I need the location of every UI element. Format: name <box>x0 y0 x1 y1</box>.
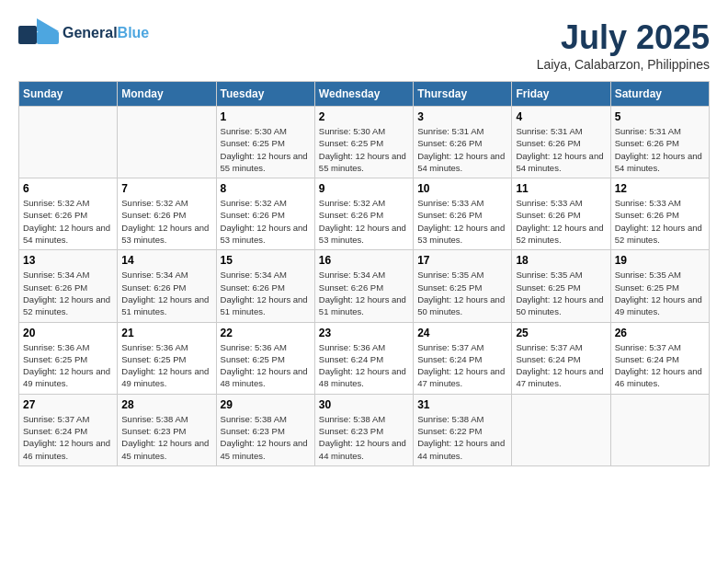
calendar-cell: 29Sunrise: 5:38 AMSunset: 6:23 PMDayligh… <box>216 394 314 465</box>
day-number: 21 <box>121 327 211 339</box>
week-row-0: 1Sunrise: 5:30 AMSunset: 6:25 PMDaylight… <box>19 107 710 178</box>
location: Laiya, Calabarzon, Philippines <box>537 57 710 72</box>
day-number: 19 <box>615 254 705 267</box>
day-info: Sunrise: 5:36 AMSunset: 6:25 PMDaylight:… <box>221 341 311 390</box>
day-number: 9 <box>319 182 409 195</box>
week-row-1: 6Sunrise: 5:32 AMSunset: 6:26 PMDaylight… <box>19 178 710 250</box>
calendar-cell: 20Sunrise: 5:36 AMSunset: 6:25 PMDayligh… <box>19 322 118 394</box>
day-info: Sunrise: 5:38 AMSunset: 6:23 PMDaylight:… <box>319 413 409 462</box>
week-row-4: 27Sunrise: 5:37 AMSunset: 6:24 PMDayligh… <box>19 394 710 465</box>
day-number: 4 <box>516 110 606 123</box>
day-number: 16 <box>319 254 409 267</box>
day-info: Sunrise: 5:37 AMSunset: 6:24 PMDaylight:… <box>615 341 705 390</box>
day-number: 11 <box>516 182 606 195</box>
day-info: Sunrise: 5:35 AMSunset: 6:25 PMDaylight:… <box>516 269 606 317</box>
weekday-header-friday: Friday <box>512 82 610 107</box>
day-number: 30 <box>319 398 409 411</box>
day-info: Sunrise: 5:32 AMSunset: 6:26 PMDaylight:… <box>121 197 211 246</box>
day-info: Sunrise: 5:34 AMSunset: 6:26 PMDaylight:… <box>221 269 311 317</box>
calendar-cell: 17Sunrise: 5:35 AMSunset: 6:25 PMDayligh… <box>414 250 512 322</box>
calendar-cell: 24Sunrise: 5:37 AMSunset: 6:24 PMDayligh… <box>414 322 512 394</box>
calendar-cell: 23Sunrise: 5:36 AMSunset: 6:24 PMDayligh… <box>314 322 413 394</box>
day-info: Sunrise: 5:32 AMSunset: 6:26 PMDaylight:… <box>319 197 409 246</box>
day-number: 8 <box>221 182 311 195</box>
day-number: 20 <box>23 327 113 339</box>
title-block: July 2025 Laiya, Calabarzon, Philippines <box>537 18 710 72</box>
week-row-3: 20Sunrise: 5:36 AMSunset: 6:25 PMDayligh… <box>19 322 710 394</box>
calendar-cell: 31Sunrise: 5:38 AMSunset: 6:22 PMDayligh… <box>414 394 512 465</box>
calendar-cell: 12Sunrise: 5:33 AMSunset: 6:26 PMDayligh… <box>610 178 709 250</box>
calendar-cell: 4Sunrise: 5:31 AMSunset: 6:26 PMDaylight… <box>512 107 610 178</box>
day-info: Sunrise: 5:35 AMSunset: 6:25 PMDaylight:… <box>615 269 705 317</box>
calendar-cell: 15Sunrise: 5:34 AMSunset: 6:26 PMDayligh… <box>216 250 314 322</box>
day-info: Sunrise: 5:34 AMSunset: 6:26 PMDaylight:… <box>121 269 211 317</box>
day-info: Sunrise: 5:31 AMSunset: 6:26 PMDaylight:… <box>615 125 705 174</box>
day-info: Sunrise: 5:36 AMSunset: 6:25 PMDaylight:… <box>23 341 113 390</box>
day-number: 10 <box>417 182 507 195</box>
weekday-header-tuesday: Tuesday <box>216 82 314 107</box>
day-info: Sunrise: 5:38 AMSunset: 6:22 PMDaylight:… <box>417 413 507 462</box>
calendar-cell <box>118 107 216 178</box>
weekday-header-thursday: Thursday <box>414 82 512 107</box>
day-info: Sunrise: 5:30 AMSunset: 6:25 PMDaylight:… <box>319 125 409 174</box>
svg-marker-1 <box>37 18 59 31</box>
day-info: Sunrise: 5:34 AMSunset: 6:26 PMDaylight:… <box>319 269 409 317</box>
day-number: 15 <box>221 254 311 267</box>
day-number: 14 <box>121 254 211 267</box>
calendar-cell: 26Sunrise: 5:37 AMSunset: 6:24 PMDayligh… <box>610 322 709 394</box>
day-number: 24 <box>417 327 507 339</box>
day-info: Sunrise: 5:36 AMSunset: 6:25 PMDaylight:… <box>121 341 211 390</box>
day-number: 18 <box>516 254 606 267</box>
day-number: 26 <box>615 327 705 339</box>
day-number: 12 <box>615 182 705 195</box>
calendar-cell: 21Sunrise: 5:36 AMSunset: 6:25 PMDayligh… <box>118 322 216 394</box>
weekday-header-wednesday: Wednesday <box>314 82 413 107</box>
calendar-cell: 25Sunrise: 5:37 AMSunset: 6:24 PMDayligh… <box>512 322 610 394</box>
day-info: Sunrise: 5:34 AMSunset: 6:26 PMDaylight:… <box>23 269 113 317</box>
day-info: Sunrise: 5:33 AMSunset: 6:26 PMDaylight:… <box>516 197 606 246</box>
day-number: 6 <box>23 182 113 195</box>
day-number: 25 <box>516 327 606 339</box>
day-number: 22 <box>221 327 311 339</box>
day-number: 29 <box>221 398 311 411</box>
day-number: 13 <box>23 254 113 267</box>
calendar-cell <box>19 107 118 178</box>
day-number: 31 <box>417 398 507 411</box>
day-info: Sunrise: 5:37 AMSunset: 6:24 PMDaylight:… <box>516 341 606 390</box>
day-number: 17 <box>417 254 507 267</box>
calendar-cell: 16Sunrise: 5:34 AMSunset: 6:26 PMDayligh… <box>314 250 413 322</box>
day-info: Sunrise: 5:37 AMSunset: 6:24 PMDaylight:… <box>23 413 113 462</box>
svg-rect-0 <box>18 26 37 44</box>
day-number: 23 <box>319 327 409 339</box>
weekday-header-saturday: Saturday <box>610 82 709 107</box>
weekday-header-sunday: Sunday <box>19 82 118 107</box>
calendar-cell: 7Sunrise: 5:32 AMSunset: 6:26 PMDaylight… <box>118 178 216 250</box>
calendar-cell: 10Sunrise: 5:33 AMSunset: 6:26 PMDayligh… <box>414 178 512 250</box>
day-number: 27 <box>23 398 113 411</box>
calendar-cell: 3Sunrise: 5:31 AMSunset: 6:26 PMDaylight… <box>414 107 512 178</box>
calendar-cell: 27Sunrise: 5:37 AMSunset: 6:24 PMDayligh… <box>19 394 118 465</box>
day-number: 2 <box>319 110 409 123</box>
day-number: 3 <box>417 110 507 123</box>
calendar-cell: 19Sunrise: 5:35 AMSunset: 6:25 PMDayligh… <box>610 250 709 322</box>
calendar-cell: 18Sunrise: 5:35 AMSunset: 6:25 PMDayligh… <box>512 250 610 322</box>
logo-icon <box>18 18 59 48</box>
weekday-header-monday: Monday <box>118 82 216 107</box>
calendar-cell: 11Sunrise: 5:33 AMSunset: 6:26 PMDayligh… <box>512 178 610 250</box>
day-info: Sunrise: 5:38 AMSunset: 6:23 PMDaylight:… <box>121 413 211 462</box>
calendar-cell: 28Sunrise: 5:38 AMSunset: 6:23 PMDayligh… <box>118 394 216 465</box>
day-info: Sunrise: 5:33 AMSunset: 6:26 PMDaylight:… <box>615 197 705 246</box>
calendar-cell: 13Sunrise: 5:34 AMSunset: 6:26 PMDayligh… <box>19 250 118 322</box>
month-year: July 2025 <box>537 18 710 57</box>
calendar-cell <box>610 394 709 465</box>
calendar-cell: 22Sunrise: 5:36 AMSunset: 6:25 PMDayligh… <box>216 322 314 394</box>
day-number: 1 <box>221 110 311 123</box>
day-info: Sunrise: 5:38 AMSunset: 6:23 PMDaylight:… <box>221 413 311 462</box>
day-info: Sunrise: 5:33 AMSunset: 6:26 PMDaylight:… <box>417 197 507 246</box>
day-info: Sunrise: 5:35 AMSunset: 6:25 PMDaylight:… <box>417 269 507 317</box>
calendar-cell: 1Sunrise: 5:30 AMSunset: 6:25 PMDaylight… <box>216 107 314 178</box>
day-number: 28 <box>121 398 211 411</box>
week-row-2: 13Sunrise: 5:34 AMSunset: 6:26 PMDayligh… <box>19 250 710 322</box>
day-info: Sunrise: 5:32 AMSunset: 6:26 PMDaylight:… <box>23 197 113 246</box>
day-info: Sunrise: 5:31 AMSunset: 6:26 PMDaylight:… <box>516 125 606 174</box>
